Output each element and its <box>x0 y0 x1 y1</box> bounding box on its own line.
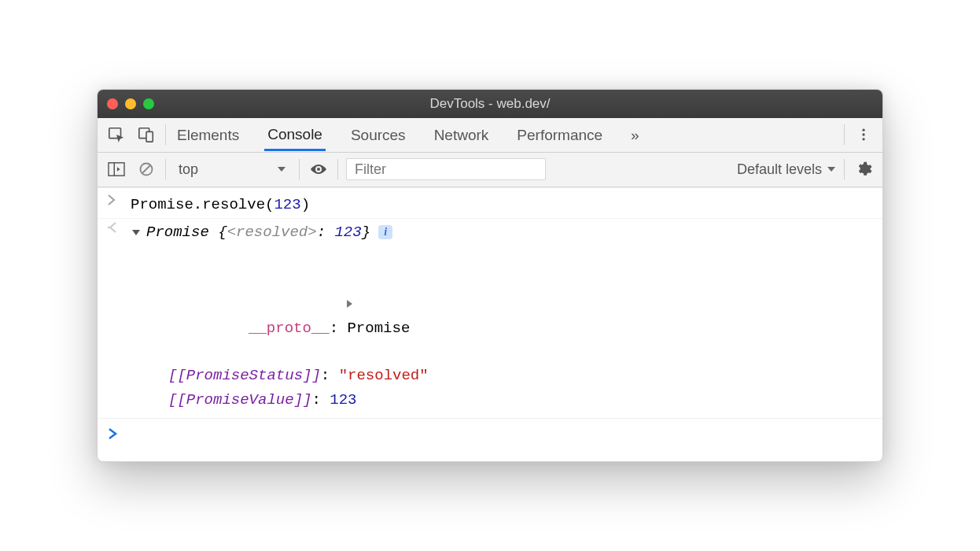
levels-label: Default levels <box>737 161 822 178</box>
console-prompt[interactable] <box>98 419 882 461</box>
console-input-row: Promise.resolve(123) <box>98 191 882 219</box>
promise-status-row: [[PromiseStatus]]: "resolved" <box>131 364 873 387</box>
promise-value-row: [[PromiseValue]]: 123 <box>131 388 873 412</box>
disclosure-triangle-down-icon[interactable] <box>131 228 142 236</box>
devtools-tabs: Elements Console Sources Network Perform… <box>174 119 643 151</box>
device-toolbar-icon[interactable] <box>135 124 157 146</box>
info-icon[interactable]: i <box>378 225 392 239</box>
prompt-chevron-icon <box>107 425 131 449</box>
traffic-lights <box>107 98 154 109</box>
svg-point-5 <box>862 138 864 140</box>
toolbar-separator <box>299 159 300 179</box>
tab-performance[interactable]: Performance <box>514 120 606 150</box>
proto-row[interactable]: __proto__: Promise <box>131 244 873 364</box>
svg-point-10 <box>317 168 320 171</box>
zoom-window-button[interactable] <box>143 98 154 109</box>
context-value: top <box>179 161 198 178</box>
svg-point-11 <box>108 227 110 229</box>
titlebar: DevTools - web.dev/ <box>98 90 882 118</box>
svg-rect-6 <box>109 163 124 176</box>
chevron-down-icon <box>827 165 836 174</box>
console-toolbar: top Default levels <box>98 153 882 187</box>
toolbar-separator <box>165 159 166 179</box>
toolbar-separator <box>337 159 338 179</box>
live-expression-icon[interactable] <box>308 158 330 180</box>
object-tree: Promise {<resolved>: 123} i __proto__: P… <box>131 220 873 412</box>
object-summary[interactable]: Promise {<resolved>: 123} i <box>131 220 873 244</box>
tabs-overflow[interactable]: » <box>628 120 643 150</box>
chevron-down-icon <box>277 161 286 178</box>
toolbar-separator <box>165 124 166 145</box>
svg-line-9 <box>142 165 150 173</box>
console-output: Promise.resolve(123) Promise {<resolved>… <box>98 187 882 462</box>
devtools-window: DevTools - web.dev/ Elements Console Sou… <box>97 89 883 463</box>
console-output-row: Promise {<resolved>: 123} i __proto__: P… <box>98 219 882 413</box>
window-title: DevTools - web.dev/ <box>98 96 882 112</box>
console-settings-icon[interactable] <box>853 158 875 180</box>
toolbar-separator <box>844 124 845 145</box>
tab-sources[interactable]: Sources <box>348 120 409 150</box>
svg-point-3 <box>862 129 864 131</box>
close-window-button[interactable] <box>107 98 118 109</box>
filter-input[interactable] <box>346 158 546 180</box>
svg-rect-2 <box>146 131 153 142</box>
console-input-expression[interactable]: Promise.resolve(123) <box>131 193 873 216</box>
output-chevron-icon <box>107 220 131 412</box>
svg-point-4 <box>862 133 864 135</box>
tab-console[interactable]: Console <box>264 119 326 151</box>
kebab-menu-icon[interactable] <box>853 124 875 146</box>
log-levels-selector[interactable]: Default levels <box>737 161 836 178</box>
main-toolbar: Elements Console Sources Network Perform… <box>98 118 882 153</box>
input-chevron-icon <box>107 193 131 216</box>
sidebar-toggle-icon[interactable] <box>105 158 127 180</box>
tab-network[interactable]: Network <box>431 120 492 150</box>
execution-context-selector[interactable]: top <box>174 160 291 179</box>
toolbar-separator <box>844 159 845 179</box>
minimize-window-button[interactable] <box>125 98 136 109</box>
tab-elements[interactable]: Elements <box>174 120 242 150</box>
clear-console-icon[interactable] <box>135 158 157 180</box>
inspect-element-icon[interactable] <box>105 124 127 146</box>
disclosure-triangle-right-icon[interactable] <box>238 268 249 340</box>
